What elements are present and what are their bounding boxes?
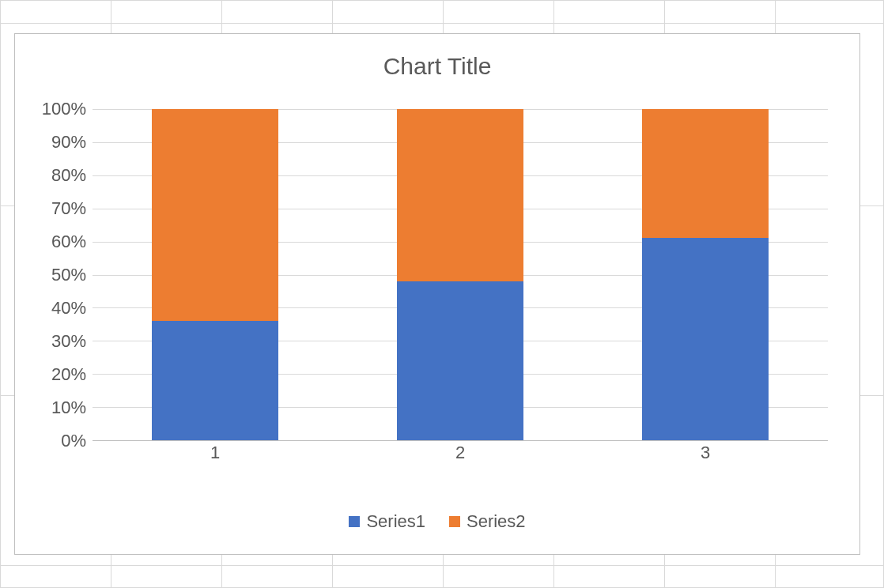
bar-segment-series2 <box>397 109 523 281</box>
y-tick-label: 30% <box>51 331 86 352</box>
chart-title: Chart Title <box>15 53 859 80</box>
legend-swatch <box>349 516 360 527</box>
x-tick-label: 2 <box>397 443 523 463</box>
bar-segment-series1 <box>397 281 523 440</box>
bar-group <box>642 109 769 440</box>
plot-area <box>93 109 828 441</box>
y-tick-label: 70% <box>51 198 86 219</box>
bar-group <box>397 109 523 440</box>
y-tick-label: 80% <box>51 165 86 186</box>
bar-segment-series1 <box>152 321 278 440</box>
y-tick-label: 50% <box>51 265 86 285</box>
y-tick-label: 20% <box>51 364 86 385</box>
y-tick-label: 0% <box>61 431 86 451</box>
x-tick-label: 1 <box>152 443 278 463</box>
chart-container[interactable]: Chart Title 0%10%20%30%40%50%60%70%80%90… <box>14 33 860 555</box>
plot-wrapper: 0%10%20%30%40%50%60%70%80%90%100% 123 <box>39 109 828 465</box>
legend-label: Series2 <box>467 511 526 532</box>
legend-item: Series1 <box>349 511 425 532</box>
bar-segment-series2 <box>642 109 769 238</box>
y-axis: 0%10%20%30%40%50%60%70%80%90%100% <box>39 109 93 441</box>
legend-label: Series1 <box>366 511 425 532</box>
y-tick-label: 90% <box>51 132 86 153</box>
y-tick-label: 60% <box>51 232 86 252</box>
legend-swatch <box>449 516 460 527</box>
y-tick-label: 100% <box>42 99 86 119</box>
legend-item: Series2 <box>449 511 526 532</box>
y-tick-label: 10% <box>51 398 86 418</box>
x-tick-label: 3 <box>642 443 769 463</box>
y-tick-label: 40% <box>51 298 86 318</box>
bar-group <box>152 109 278 440</box>
bars-group <box>93 109 828 440</box>
bar-segment-series1 <box>642 238 769 440</box>
bar-segment-series2 <box>152 109 278 321</box>
x-axis: 123 <box>93 441 828 465</box>
legend: Series1Series2 <box>15 511 859 532</box>
